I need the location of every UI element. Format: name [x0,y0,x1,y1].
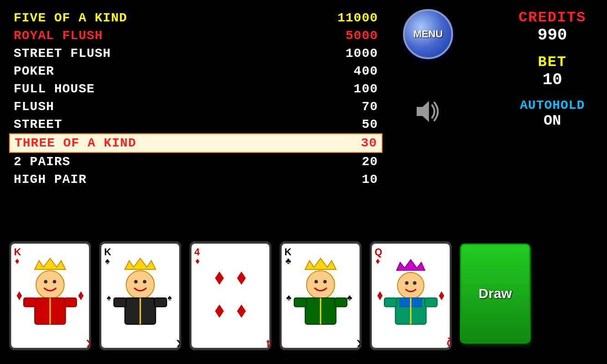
credits-label: CREDITS [507,9,598,26]
menu-label: MENU [413,28,443,40]
svg-text:♠: ♠ [175,347,180,349]
menu-button[interactable]: MENU [403,9,453,59]
svg-text:♦: ♦ [85,347,90,349]
hand-value-flush: 70 [362,100,378,114]
hand-name-poker: POKER [14,64,54,78]
draw-label: Draw [479,286,512,301]
svg-text:♣: ♣ [286,293,291,302]
svg-rect-28 [154,298,167,307]
autohold-value: ON [507,112,598,129]
pay-table: FIVE OF A KIND11000ROYAL FLUSH5000STREET… [9,9,383,188]
hand-value-street: 50 [362,117,378,131]
hand-name-high-pair: HIGH PAIR [14,172,87,187]
svg-text:♦: ♦ [376,256,380,266]
svg-rect-31 [191,243,270,349]
pay-row-three-of-a-kind: THREE OF A KIND30 [9,133,383,153]
svg-rect-13 [64,298,77,307]
pay-row-street-flush: STREET FLUSH1000 [9,45,383,62]
svg-point-47 [314,280,318,283]
right-panel: CREDITS 990 BET 10 AUTOHOLD ON [507,9,598,129]
hand-value-royal-flush: 5000 [346,29,378,43]
hand-value-two-pairs: 20 [362,155,378,169]
svg-point-62 [405,281,408,285]
pay-row-high-pair: HIGH PAIR10 [9,171,383,188]
hand-name-two-pairs: 2 PAIRS [14,155,71,169]
hand-value-five-of-a-kind: 11000 [337,11,378,25]
svg-text:♠: ♠ [168,293,172,302]
svg-text:♦: ♦ [446,347,450,349]
svg-point-9 [53,280,56,283]
pay-row-full-house: FULL HOUSE100 [9,80,383,98]
hand-value-street-flush: 1000 [346,46,378,61]
svg-text:♦: ♦ [265,347,270,349]
svg-text:♣: ♣ [347,293,352,302]
hand-value-three-of-a-kind: 30 [361,136,377,150]
card-5[interactable]: Q ♦ Q ♦ [370,241,452,350]
svg-point-61 [398,273,424,299]
svg-marker-0 [417,101,429,122]
svg-rect-27 [114,298,126,307]
svg-point-24 [143,280,147,283]
pay-row-street: STREET50 [9,116,383,133]
hand-name-street-flush: STREET FLUSH [14,46,111,61]
card-2[interactable]: K ♠ K ♠ ♠ ♠ [99,241,181,350]
pay-row-flush: FLUSH70 [9,98,383,116]
center-panel: MENU [383,9,474,130]
credits-value: 990 [507,26,598,45]
svg-rect-52 [335,298,347,307]
svg-point-46 [306,271,335,299]
speaker-button[interactable] [414,100,442,130]
draw-button[interactable]: Draw [460,243,530,344]
svg-rect-67 [384,298,397,307]
svg-point-63 [413,281,417,285]
hand-name-five-of-a-kind: FIVE OF A KIND [14,11,127,25]
bet-value: 10 [507,71,598,89]
cards-area: K ♦ K ♦ [9,241,530,350]
pay-row-poker: POKER400 [9,62,383,80]
card-1[interactable]: K ♦ K ♦ [9,241,91,350]
card-4[interactable]: K ♣ K ♣ ♣ ♣ [280,241,362,350]
svg-text:♦: ♦ [15,256,20,266]
card-3[interactable]: 4 ♦ 4 ♦ [189,241,271,350]
svg-text:♣: ♣ [286,256,291,266]
svg-point-22 [126,271,154,299]
svg-rect-12 [24,298,36,307]
pay-row-five-of-a-kind: FIVE OF A KIND11000 [9,9,383,27]
svg-point-8 [44,280,47,283]
pay-row-two-pairs: 2 PAIRS20 [9,153,383,171]
autohold-label: AUTOHOLD [507,98,598,112]
svg-text:♠: ♠ [107,293,111,302]
svg-text:♠: ♠ [105,256,110,266]
svg-rect-68 [425,298,437,307]
bet-label: BET [507,54,598,71]
svg-point-48 [323,280,327,283]
hand-name-royal-flush: ROYAL FLUSH [14,29,103,43]
svg-text:♦: ♦ [195,256,200,266]
svg-point-23 [134,280,138,283]
pay-row-royal-flush: ROYAL FLUSH5000 [9,27,383,45]
hand-name-street: STREET [14,117,62,131]
hand-value-high-pair: 10 [362,172,378,187]
hand-value-full-house: 100 [354,82,378,96]
hand-value-poker: 400 [354,64,378,78]
hand-name-full-house: FULL HOUSE [14,82,95,96]
hand-name-flush: FLUSH [14,100,54,114]
svg-text:♣: ♣ [356,347,360,349]
svg-point-7 [36,271,64,299]
svg-rect-51 [294,298,306,307]
hand-name-three-of-a-kind: THREE OF A KIND [15,136,136,150]
